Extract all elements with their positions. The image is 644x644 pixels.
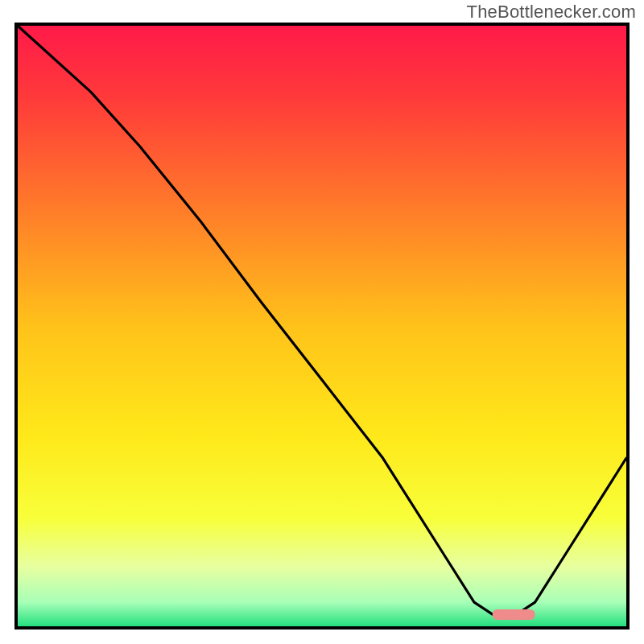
- chart-root: TheBottlenecker.com: [0, 0, 644, 644]
- plot-frame: [14, 23, 630, 630]
- watermark-text: TheBottlenecker.com: [467, 2, 636, 23]
- gradient-background: [18, 26, 626, 626]
- optimal-marker: [493, 609, 535, 620]
- plot-canvas: [18, 26, 626, 626]
